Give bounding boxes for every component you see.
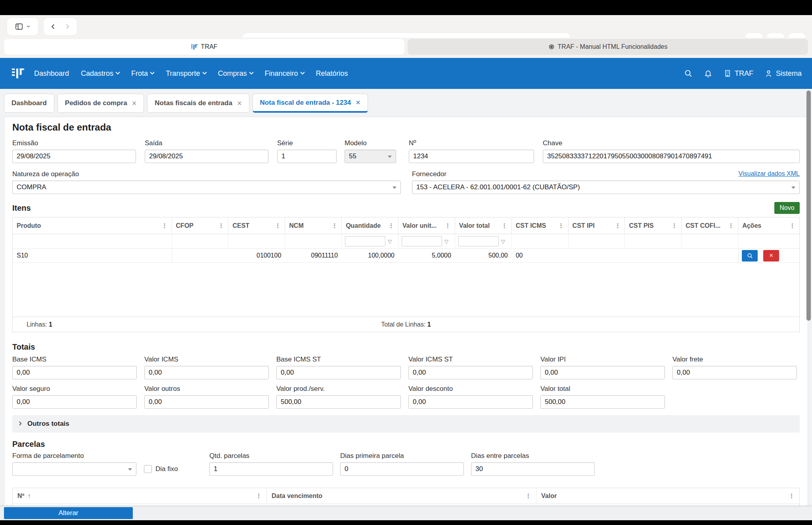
dias-primeira-field[interactable] xyxy=(340,462,464,476)
emissao-field[interactable] xyxy=(12,150,136,163)
valor-total-field[interactable] xyxy=(540,395,665,409)
visualizar-xml-link[interactable]: Visualizar dados XML xyxy=(739,170,800,177)
browser-tab-traf[interactable]: TRAF xyxy=(4,39,404,55)
close-icon[interactable]: × xyxy=(237,99,242,108)
valor-icms-field[interactable] xyxy=(144,366,269,379)
column-menu-icon[interactable]: ⋮ xyxy=(728,222,734,229)
base-icms-field[interactable] xyxy=(12,366,137,379)
valor-ipi-field[interactable] xyxy=(540,366,665,379)
filter-quantidade-input[interactable] xyxy=(345,236,385,246)
filter-icon[interactable]: ▽ xyxy=(388,238,392,244)
base-icms-st-field[interactable] xyxy=(276,366,401,379)
col-cst-ipi[interactable]: CST IPI⋮ xyxy=(569,217,625,234)
nav-item-transporte[interactable]: Transporte xyxy=(166,69,206,78)
notifications-bell-icon[interactable] xyxy=(704,69,712,78)
table-row[interactable]: S10 0100100 09011110 100,0000 5,0000 500… xyxy=(13,249,799,263)
col-produto[interactable]: Produto⋮ xyxy=(13,217,172,234)
company-switcher[interactable]: TRAF xyxy=(724,69,753,78)
fornecedor-select[interactable]: 153 - ACELERA - 62.001.001/0001-62 (CUBA… xyxy=(412,181,800,194)
column-menu-icon[interactable]: ⋮ xyxy=(275,222,281,229)
delete-item-button[interactable]: × xyxy=(763,250,779,262)
col-cfop[interactable]: CFOP⋮ xyxy=(172,217,229,234)
forma-parcelamento-select[interactable] xyxy=(12,462,136,476)
valor-icms-st-field[interactable] xyxy=(408,366,533,379)
close-icon[interactable]: × xyxy=(356,98,360,107)
column-menu-icon[interactable]: ⋮ xyxy=(162,222,168,229)
col-parcela-numero[interactable]: Nº↑ ⋮ xyxy=(13,488,266,504)
col-data-vencimento[interactable]: Data vencimento ⋮ xyxy=(266,488,536,504)
col-cst-icms[interactable]: CST ICMS⋮ xyxy=(512,217,569,234)
dias-entre-field[interactable] xyxy=(471,462,595,476)
nav-item-relatorios[interactable]: Relatórios xyxy=(316,69,348,78)
tab-nota-fiscal-1234[interactable]: Nota fiscal de entrada - 1234× xyxy=(253,94,368,113)
column-menu-icon[interactable]: ⋮ xyxy=(445,222,451,229)
tab-pedidos-de-compra[interactable]: Pedidos de compra× xyxy=(57,94,144,113)
column-menu-icon[interactable]: ⋮ xyxy=(789,492,795,500)
column-menu-icon[interactable]: ⋮ xyxy=(789,222,795,229)
sidebar-icon xyxy=(15,22,23,31)
col-acoes[interactable]: Ações⋮ xyxy=(738,217,799,234)
saida-field[interactable] xyxy=(145,150,268,163)
column-menu-icon[interactable]: ⋮ xyxy=(218,222,224,229)
back-button[interactable] xyxy=(50,23,57,30)
view-item-button[interactable] xyxy=(742,250,758,262)
numero-field[interactable] xyxy=(409,150,534,163)
tab-dashboard[interactable]: Dashboard xyxy=(4,94,54,113)
valor-frete-field[interactable] xyxy=(672,366,797,379)
nav-item-cadastros[interactable]: Cadastros xyxy=(81,69,119,78)
col-quantidade[interactable]: Quantidade⋮ xyxy=(342,217,398,234)
col-cst-cofins[interactable]: CST COFI...⋮ xyxy=(682,217,738,234)
nav-item-financeiro[interactable]: Financeiro xyxy=(265,69,304,78)
column-menu-icon[interactable]: ⋮ xyxy=(525,492,531,500)
nav-item-frota[interactable]: Frota xyxy=(131,69,154,78)
natureza-label: Natureza de operação xyxy=(12,170,401,178)
filter-valor-unit-input[interactable] xyxy=(402,236,442,246)
valor-prod-serv-field[interactable] xyxy=(276,395,401,409)
browser-tab-manual[interactable]: TRAF - Manual HTML Funcionalidades xyxy=(408,39,808,55)
col-valor-unit[interactable]: Valor unit...⋮ xyxy=(398,217,455,234)
serie-field[interactable] xyxy=(277,150,337,163)
column-menu-icon[interactable]: ⋮ xyxy=(388,222,394,229)
valor-outros-field[interactable] xyxy=(144,395,269,409)
valor-desconto-field[interactable] xyxy=(408,395,533,409)
itens-filter-row: ▽ ▽ ▽ xyxy=(13,234,799,249)
user-menu[interactable]: Sistema xyxy=(764,69,802,78)
search-icon[interactable] xyxy=(684,69,693,78)
scrollbar-thumb[interactable] xyxy=(806,90,811,321)
modelo-select[interactable]: 55 xyxy=(345,150,396,163)
alterar-button[interactable]: Alterar xyxy=(4,507,133,519)
parcelas-heading: Parcelas xyxy=(12,440,800,449)
tab-notas-fiscais-entrada[interactable]: Notas fiscais de entrada× xyxy=(147,94,249,113)
filter-valor-total-input[interactable] xyxy=(458,236,499,246)
chave-field[interactable] xyxy=(543,150,800,163)
traf-favicon xyxy=(191,44,198,50)
natureza-select[interactable]: COMPRA xyxy=(12,181,401,194)
outros-totais-expander[interactable]: › Outros totais xyxy=(12,415,800,433)
nav-item-compras[interactable]: Compras xyxy=(218,69,253,78)
filter-icon[interactable]: ▽ xyxy=(501,238,505,244)
dia-fixo-label: Dia fixo xyxy=(155,465,178,473)
sidebar-toggle-button[interactable] xyxy=(7,18,38,35)
chevron-down-icon xyxy=(115,70,120,75)
forward-button[interactable] xyxy=(64,23,71,30)
col-ncm[interactable]: NCM⋮ xyxy=(285,217,342,234)
column-menu-icon[interactable]: ⋮ xyxy=(502,222,508,229)
dia-fixo-checkbox[interactable] xyxy=(144,465,152,473)
col-cst-pis[interactable]: CST PIS⋮ xyxy=(625,217,682,234)
close-icon[interactable]: × xyxy=(132,99,137,108)
col-cest[interactable]: CEST⋮ xyxy=(228,217,285,234)
qtd-parcelas-field[interactable] xyxy=(209,462,333,476)
column-menu-icon[interactable]: ⋮ xyxy=(558,222,564,229)
traf-logo[interactable] xyxy=(12,67,25,80)
valor-seguro-field[interactable] xyxy=(12,395,137,409)
novo-item-button[interactable]: Novo xyxy=(774,202,800,214)
col-valor-parcela[interactable]: Valor ⋮ xyxy=(536,488,799,504)
emissao-label: Emissão xyxy=(12,139,136,147)
column-menu-icon[interactable]: ⋮ xyxy=(671,222,677,229)
col-valor-total[interactable]: Valor total⋮ xyxy=(455,217,512,234)
nav-item-dashboard[interactable]: Dashboard xyxy=(34,69,69,78)
column-menu-icon[interactable]: ⋮ xyxy=(331,222,337,229)
column-menu-icon[interactable]: ⋮ xyxy=(615,222,620,229)
filter-icon[interactable]: ▽ xyxy=(444,238,448,244)
column-menu-icon[interactable]: ⋮ xyxy=(256,492,262,500)
